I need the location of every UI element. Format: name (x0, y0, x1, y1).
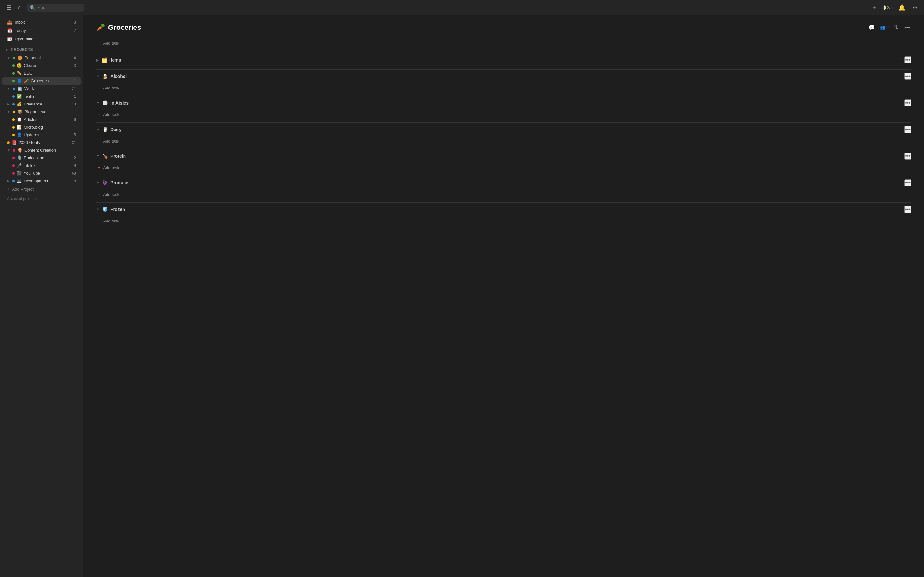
add-project-button[interactable]: + Add Project (2, 185, 81, 193)
section-more-button-alcohol[interactable]: ••• (905, 73, 911, 80)
edc-dot (12, 72, 15, 75)
edc-label: EDC (24, 71, 32, 76)
projects-section-header[interactable]: ▼ Projects (0, 45, 83, 54)
chevron-down-icon: ▼ (96, 207, 100, 211)
goals-dot (7, 141, 10, 144)
sort-button[interactable]: ⇅ (893, 23, 899, 32)
section-more-button-dairy[interactable]: ••• (905, 126, 911, 133)
sidebar: 📥 Inbox 3 📅 Today 7 📆 Upcoming ▼ Project… (0, 15, 83, 577)
section-more-button-protein[interactable]: ••• (905, 153, 911, 160)
theme-label: 2/5 (887, 5, 893, 10)
sidebar-item-tasks[interactable]: ✅ Tasks 1 (2, 93, 81, 100)
sidebar-item-work[interactable]: ▼ 🏛️ Work 21 (2, 85, 81, 92)
search-input[interactable] (37, 5, 81, 10)
sidebar-item-development[interactable]: ▶ 💻 Development 18 (2, 177, 81, 185)
add-task-frozen[interactable]: + Add task (96, 216, 911, 226)
sidebar-item-chores[interactable]: 😟 Chores 3 (2, 62, 81, 69)
section-icon-items: 🗂️ (102, 57, 107, 63)
section-title-produce: Produce (110, 180, 902, 185)
section-header-alcohol[interactable]: ▼ 🍺 Alcohol ••• (96, 69, 911, 83)
section-icon-produce: 🍇 (102, 180, 108, 185)
sidebar-item-upcoming[interactable]: 📆 Upcoming (2, 35, 81, 43)
plus-icon: + (97, 165, 100, 171)
notifications-button[interactable]: 🔔 (897, 3, 907, 13)
home-button[interactable]: ⌂ (17, 3, 23, 12)
youtube-label: YouTube (24, 171, 40, 176)
section-header-produce[interactable]: ▼ 🍇 Produce ••• (96, 176, 911, 189)
chores-count: 3 (74, 63, 76, 68)
groceries-dot (12, 80, 15, 82)
sidebar-item-bloganueva[interactable]: ▼ 📦 Bloganueva (2, 108, 81, 115)
archived-projects-label[interactable]: Archived projects (0, 194, 83, 203)
bloganueva-icon: 📦 (17, 109, 23, 114)
add-project-label: Add Project (12, 187, 34, 192)
sidebar-item-goals[interactable]: 📕 2020 Goals 31 (2, 139, 81, 146)
section-title-dairy: Dairy (110, 127, 902, 132)
sidebar-item-updates[interactable]: 👤 Updates 15 (2, 131, 81, 139)
sidebar-item-content-creation[interactable]: ▼ 🍿 Content Creation (2, 147, 81, 154)
add-task-label: Add task (103, 41, 120, 45)
sidebar-item-tiktok[interactable]: 🎤 TikTok 9 (2, 162, 81, 169)
section-header-in-aisles[interactable]: ▼ ⚪ In Aisles ••• (96, 96, 911, 110)
add-task-protein[interactable]: + Add task (96, 163, 911, 173)
section-more-button-in-aisles[interactable]: ••• (905, 99, 911, 106)
more-options-button[interactable]: ••• (903, 23, 911, 32)
section-header-items[interactable]: ▶ 🗂️ Items 1 ••• (96, 53, 911, 67)
section-title-items: Items (110, 57, 897, 63)
search-box: 🔍 (27, 4, 84, 11)
sidebar-item-today[interactable]: 📅 Today 7 (2, 27, 81, 35)
section-header-dairy[interactable]: ▼ 🥛 Dairy ••• (96, 123, 911, 136)
menu-button[interactable]: ☰ (5, 3, 13, 13)
add-task-button[interactable]: + Add task (96, 38, 911, 48)
youtube-dot (12, 172, 15, 175)
chevron-down-icon: ▼ (96, 74, 100, 78)
articles-count: 6 (74, 117, 76, 122)
sidebar-item-microblog[interactable]: 📝 Micro.blog (2, 123, 81, 131)
chevron-down-icon: ▼ (7, 110, 10, 113)
sidebar-item-edc[interactable]: ✏️ EDC (2, 69, 81, 77)
sidebar-item-inbox[interactable]: 📥 Inbox 3 (2, 18, 81, 26)
section-more-button-produce[interactable]: ••• (905, 179, 911, 186)
freelance-label: Freelance (24, 102, 42, 106)
sidebar-item-groceries[interactable]: 👤 🥕 Groceries 1 (2, 77, 81, 85)
plus-icon: + (97, 191, 100, 197)
content-icon: 🍿 (17, 148, 23, 153)
sidebar-item-youtube[interactable]: 🎬 YouTube 68 (2, 169, 81, 177)
section-alcohol: ▼ 🍺 Alcohol ••• + Add task (96, 69, 911, 93)
add-task-alcohol[interactable]: + Add task (96, 83, 911, 93)
main-content: 🥕 Groceries 💬 👥 2 ⇅ ••• + Add task ▶ (83, 15, 924, 577)
add-task-label: Add task (103, 165, 120, 170)
section-header-frozen[interactable]: ▼ 🧊 Frozen ••• (96, 203, 911, 216)
section-dairy: ▼ 🥛 Dairy ••• + Add task (96, 122, 911, 147)
add-task-dairy[interactable]: + Add task (96, 136, 911, 147)
sidebar-item-podcasting[interactable]: 🎙️ Podcasting 2 (2, 154, 81, 161)
comment-button[interactable]: 💬 (867, 23, 876, 32)
add-button[interactable]: + (871, 3, 877, 13)
add-task-in-aisles[interactable]: + Add task (96, 110, 911, 120)
settings-button[interactable]: ⚙ (911, 3, 919, 13)
search-icon: 🔍 (30, 5, 35, 10)
add-task-produce[interactable]: + Add task (96, 189, 911, 200)
section-more-button-items[interactable]: ••• (905, 56, 911, 63)
sidebar-item-freelance[interactable]: ▶ 💰 Freelance 13 (2, 100, 81, 108)
members-count: 👥 2 (880, 25, 889, 30)
section-more-button-frozen[interactable]: ••• (905, 206, 911, 213)
personal-dot (13, 57, 15, 59)
members-number: 2 (887, 25, 889, 30)
main-layout: 📥 Inbox 3 📅 Today 7 📆 Upcoming ▼ Project… (0, 15, 924, 577)
articles-label: Articles (24, 117, 37, 122)
chores-dot (12, 64, 15, 67)
podcasting-count: 2 (74, 156, 76, 160)
section-header-protein[interactable]: ▼ 🍗 Protein ••• (96, 149, 911, 163)
sidebar-item-articles[interactable]: 📋 Articles 6 (2, 116, 81, 123)
microblog-icon: 📝 (17, 125, 22, 129)
topbar-left: ☰ ⌂ 🔍 (5, 3, 84, 13)
updates-count: 15 (72, 133, 76, 137)
chevron-right-icon: ▶ (7, 179, 10, 183)
tasks-icon: ✅ (17, 94, 22, 99)
tiktok-label: TikTok (24, 163, 36, 168)
sidebar-item-personal[interactable]: ▼ 🤩 Personal 14 (2, 54, 81, 61)
theme-toggle[interactable]: 🌓 2/5 (882, 5, 893, 10)
tasks-count: 1 (74, 94, 76, 99)
plus-icon: + (97, 218, 100, 224)
